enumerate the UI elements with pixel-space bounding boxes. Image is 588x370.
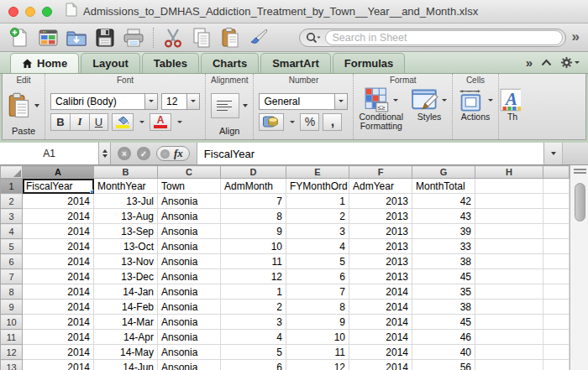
cell-partial[interactable] [543, 330, 570, 345]
search-input[interactable]: Search in Sheet [325, 30, 563, 45]
cell[interactable]: MonthTotal [412, 179, 475, 194]
cell[interactable]: 2 [221, 300, 286, 315]
cell-partial[interactable] [543, 300, 570, 315]
column-header-e[interactable]: E [286, 166, 349, 179]
ribbon-settings-button[interactable] [560, 56, 580, 69]
cell[interactable]: 2014 [349, 284, 412, 300]
conditional-formatting-dropdown[interactable] [393, 99, 398, 102]
open-file-button[interactable] [64, 26, 89, 50]
copy-button[interactable] [189, 26, 214, 50]
cell[interactable]: 2014 [23, 224, 94, 239]
cell[interactable]: 2014 [23, 360, 94, 370]
cell[interactable]: Town [158, 179, 221, 194]
column-header-d[interactable]: D [221, 166, 286, 179]
cell[interactable]: 39 [412, 224, 475, 239]
cell[interactable]: Ansonia [158, 239, 221, 254]
cell[interactable]: FYMonthOrd [286, 179, 349, 194]
cell[interactable] [475, 284, 543, 300]
cell[interactable]: Ansonia [158, 194, 221, 209]
cell[interactable]: 10 [221, 239, 286, 254]
cell-partial[interactable] [543, 360, 570, 370]
bold-button[interactable]: B [50, 113, 70, 131]
collapse-ribbon-icon[interactable] [541, 59, 552, 66]
cell-a1-selected[interactable]: FiscalYear [23, 179, 94, 194]
number-format-dropdown[interactable] [334, 93, 348, 110]
cell[interactable]: 2 [286, 209, 349, 224]
cell[interactable]: 2014 [23, 269, 94, 284]
cell[interactable] [475, 239, 543, 254]
search-bar[interactable]: Search in Sheet [299, 29, 566, 47]
cell[interactable]: 2013 [349, 224, 412, 239]
cell[interactable]: 13-Sep [94, 224, 158, 239]
cell[interactable]: 8 [221, 209, 286, 224]
row-header[interactable]: 2 [1, 194, 23, 209]
select-all-corner[interactable] [1, 166, 23, 179]
align-button[interactable] [211, 93, 239, 118]
cell[interactable]: 2014 [23, 330, 94, 345]
row-header[interactable]: 9 [1, 300, 23, 315]
percent-button[interactable]: % [300, 113, 319, 131]
cell[interactable]: Ansonia [158, 360, 221, 370]
underline-button[interactable]: U [89, 113, 108, 131]
name-box[interactable]: A1 [0, 143, 99, 164]
tab-home[interactable]: Home [10, 53, 79, 73]
tab-overflow-button[interactable]: » [526, 55, 533, 70]
cell[interactable]: 2013 [349, 269, 412, 284]
themes-button[interactable]: A Th [500, 87, 521, 122]
cell[interactable]: 42 [412, 194, 475, 209]
row-header[interactable]: 13 [1, 360, 23, 370]
cell[interactable] [475, 345, 543, 360]
cell[interactable] [475, 179, 543, 194]
cell[interactable]: Ansonia [158, 300, 221, 315]
cell[interactable]: 13-Jul [94, 194, 158, 209]
cell-partial[interactable] [543, 269, 570, 284]
cell[interactable]: 38 [412, 254, 475, 269]
column-header-h[interactable]: H [475, 166, 543, 179]
tab-formulas[interactable]: Formulas [333, 53, 406, 73]
cell[interactable]: 12 [221, 269, 286, 284]
cell[interactable]: 45 [412, 315, 475, 330]
cell[interactable]: 6 [221, 360, 286, 370]
styles-dropdown[interactable] [442, 99, 447, 102]
cell[interactable]: 10 [286, 330, 349, 345]
cell[interactable]: 2014 [349, 360, 412, 370]
cell[interactable] [475, 224, 543, 239]
cell[interactable]: MonthYear [94, 179, 158, 194]
cell[interactable]: 3 [286, 224, 349, 239]
cut-button[interactable] [160, 26, 186, 50]
row-header[interactable]: 7 [1, 269, 23, 284]
cell[interactable]: 2014 [23, 315, 94, 330]
cell-partial[interactable] [543, 194, 570, 209]
column-header-a[interactable]: A [23, 166, 94, 179]
tab-layout[interactable]: Layout [81, 53, 140, 73]
cell[interactable] [475, 269, 543, 284]
scrollbar-split-handle[interactable] [574, 169, 586, 175]
cell[interactable]: 14-Feb [94, 300, 158, 315]
paste-button[interactable] [218, 26, 243, 50]
toolbar-overflow-button[interactable]: » [572, 29, 580, 45]
font-name-combo[interactable]: Calibri (Body) [50, 93, 158, 110]
cell[interactable]: 56 [412, 360, 475, 370]
align-dropdown-arrow[interactable] [243, 104, 248, 107]
cell[interactable] [475, 254, 543, 269]
column-header-g[interactable]: G [412, 166, 475, 179]
row-header[interactable]: 4 [1, 224, 23, 239]
cell[interactable]: 2014 [349, 315, 412, 330]
open-gallery-button[interactable] [35, 26, 60, 50]
minimize-window-button[interactable] [25, 7, 35, 17]
font-color-button[interactable]: A [150, 113, 171, 131]
cell-partial[interactable] [543, 284, 570, 300]
cell[interactable]: 14-May [94, 345, 158, 360]
cell[interactable] [475, 315, 543, 330]
fill-color-button[interactable] [112, 113, 134, 131]
cell[interactable]: 7 [221, 194, 286, 209]
cell[interactable]: 9 [286, 315, 349, 330]
cell[interactable]: 40 [412, 345, 475, 360]
cell[interactable]: Ansonia [158, 209, 221, 224]
insert-function-button[interactable]: fx [156, 146, 190, 161]
cell[interactable]: 12 [286, 360, 349, 370]
tab-tables[interactable]: Tables [142, 53, 199, 73]
name-box-stepper[interactable] [99, 143, 111, 164]
conditional-formatting-button[interactable]: ≤≥ Conditional Formatting [359, 87, 403, 131]
row-header[interactable]: 5 [1, 239, 23, 254]
